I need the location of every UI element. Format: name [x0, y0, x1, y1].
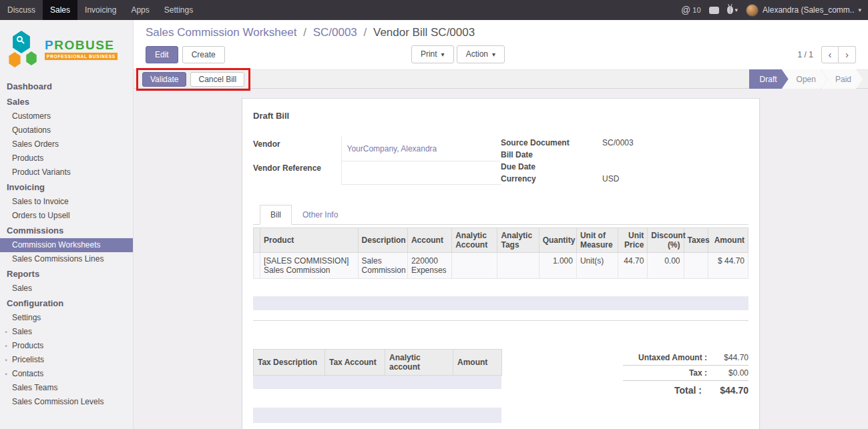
statusbar: Validate Cancel Bill Draft Open Paid [134, 69, 868, 89]
expand-caret-icon: ‣ [5, 342, 8, 350]
pager-previous-button[interactable]: ‹ [821, 46, 839, 63]
col-analytic-account: Analytic Account [452, 228, 497, 253]
menu-header-dashboard[interactable]: Dashboard [0, 79, 133, 94]
sidebar-item-product-variants[interactable]: Product Variants [0, 165, 133, 179]
sidebar-item-orders-to-upsell[interactable]: Orders to Upsell [0, 209, 133, 223]
chat-icon[interactable] [709, 7, 719, 14]
invoice-line-row[interactable]: [SALES COMMISSION] Sales Commission Sale… [254, 253, 748, 279]
sidebar-item-pricelists[interactable]: ‣Pricelists [0, 353, 133, 367]
col-amount: Amount [708, 228, 748, 253]
sidebar-item-products[interactable]: Products [0, 151, 133, 165]
sidebar-item-sales-teams[interactable]: Sales Teams [0, 381, 133, 395]
row-handle [254, 253, 260, 279]
sidebar-item-sales-commissions-lines[interactable]: Sales Commissions Lines [0, 252, 133, 266]
expand-caret-icon: ‣ [5, 328, 8, 336]
mention-counter[interactable]: @ 10 [681, 5, 700, 15]
cancel-bill-button[interactable]: Cancel Bill [190, 72, 244, 87]
col-product: Product [260, 228, 359, 253]
navbar-apps: Discuss Sales Invoicing Apps Settings [0, 0, 200, 20]
debug-bug-icon [727, 6, 733, 14]
action-menu-button[interactable]: Action [457, 45, 505, 63]
caret-down-icon: ▾ [735, 7, 738, 13]
tab-other-info[interactable]: Other Info [292, 205, 349, 225]
sidebar-item-settings[interactable]: Settings [0, 311, 133, 325]
sidebar-item-config-products[interactable]: ‣Products [0, 339, 133, 353]
col-account: Account [407, 228, 451, 253]
nav-invoicing[interactable]: Invoicing [77, 0, 124, 20]
sidebar-item-contacts[interactable]: ‣Contacts [0, 367, 133, 381]
sidebar-item-customers[interactable]: Customers [0, 109, 133, 123]
menu-header-invoicing[interactable]: Invoicing [0, 179, 133, 195]
vendor-reference-label: Vendor Reference [253, 161, 341, 184]
sidebar-item-commission-worksheets[interactable]: Commission Worksheets [0, 238, 133, 252]
vendor-field[interactable]: YourCompany, Alexandra [341, 137, 501, 161]
breadcrumb-record-link[interactable]: SC/0003 [313, 26, 357, 39]
tab-bill[interactable]: Bill [260, 205, 292, 225]
debug-menu[interactable]: ▾ [727, 6, 738, 14]
menu-header-configuration[interactable]: Configuration [0, 296, 133, 311]
field-groups: Vendor YourCompany, Alexandra Vendor Ref… [253, 137, 748, 185]
control-panel-buttons: Edit Create Print Action 1 / 1 ‹ › [146, 45, 856, 63]
total-value: $44.70 [702, 385, 748, 396]
nav-settings[interactable]: Settings [157, 0, 200, 20]
create-button[interactable]: Create [182, 46, 225, 63]
sidebar-item-sales-to-invoice[interactable]: Sales to Invoice [0, 195, 133, 209]
sidebar-item-config-sales[interactable]: ‣Sales [0, 325, 133, 339]
source-document-row: Source Document SC/0003 [501, 137, 748, 149]
cell-description: Sales Commission [358, 253, 407, 279]
vendor-row: Vendor YourCompany, Alexandra [253, 137, 501, 161]
pager-next-button[interactable]: › [839, 46, 856, 63]
col-tax-analytic-account: Analytic account [385, 350, 453, 376]
print-menu-button[interactable]: Print [411, 45, 454, 63]
source-document-field: SC/0003 [597, 137, 748, 149]
col-analytic-tags: Analytic Tags [497, 228, 539, 253]
sidebar-item-reports-sales[interactable]: Sales [0, 282, 133, 296]
pager-count: 1 / 1 [798, 50, 813, 59]
nav-discuss[interactable]: Discuss [0, 0, 43, 20]
logo-title: PROBUSE [45, 39, 118, 51]
edit-button[interactable]: Edit [146, 46, 178, 63]
col-tax-account: Tax Account [325, 350, 385, 376]
empty-tax-line-stripe [253, 408, 501, 423]
currency-field: USD [597, 173, 748, 185]
company-logo[interactable]: PROBUSE PROFESSIONAL BUSINESS [0, 20, 133, 76]
col-unit-of-measure: Unit of Measure [576, 228, 618, 253]
menu-header-reports[interactable]: Reports [0, 266, 133, 282]
nav-apps[interactable]: Apps [124, 0, 156, 20]
control-panel: Sales Commission Worksheet / SC/0003 / V… [134, 20, 868, 69]
user-menu[interactable]: Alexandra (Sales_comm.. ▾ [746, 4, 861, 17]
empty-line-stripe [253, 296, 748, 310]
breadcrumb-worksheet-link[interactable]: Sales Commission Worksheet [146, 26, 296, 39]
col-tax-amount: Amount [453, 350, 502, 376]
cell-unit-price: 44.70 [618, 253, 648, 279]
totals-block: Untaxed Amount : $44.70 Tax : $0.00 Tota… [623, 349, 748, 398]
menu-header-commissions[interactable]: Commissions [0, 223, 133, 238]
caret-down-icon: ▾ [858, 7, 861, 13]
breadcrumb: Sales Commission Worksheet / SC/0003 / V… [146, 26, 856, 39]
due-date-row: Due Date [501, 161, 748, 173]
due-date-label: Due Date [501, 161, 597, 173]
mention-count: 10 [692, 6, 700, 14]
menu-header-sales[interactable]: Sales [0, 94, 133, 109]
main-content: Sales Commission Worksheet / SC/0003 / V… [134, 20, 868, 429]
user-name: Alexandra (Sales_comm.. [763, 5, 854, 15]
source-document-label: Source Document [501, 137, 597, 149]
col-discount: Discount (%) [648, 228, 684, 253]
status-open[interactable]: Open [783, 69, 827, 89]
pager: ‹ › [821, 46, 856, 63]
untaxed-amount-value: $44.70 [707, 353, 748, 362]
nav-sales[interactable]: Sales [43, 0, 77, 20]
breadcrumb-separator: / [303, 26, 306, 39]
status-paid[interactable]: Paid [821, 69, 863, 89]
sidebar-item-sales-commission-levels[interactable]: Sales Commission Levels [0, 395, 133, 409]
status-draft[interactable]: Draft [749, 69, 789, 89]
sidebar-item-quotations[interactable]: Quotations [0, 123, 133, 137]
vendor-reference-field[interactable] [341, 161, 501, 184]
validate-button[interactable]: Validate [142, 72, 186, 87]
invoice-lines-header-row: Product Description Account Analytic Acc… [254, 228, 748, 253]
sidebar-item-sales-orders[interactable]: Sales Orders [0, 137, 133, 151]
mention-at-icon: @ [681, 5, 690, 15]
cell-analytic-account [452, 253, 497, 279]
bill-date-row: Bill Date [501, 149, 748, 161]
cell-analytic-tags [497, 253, 539, 279]
